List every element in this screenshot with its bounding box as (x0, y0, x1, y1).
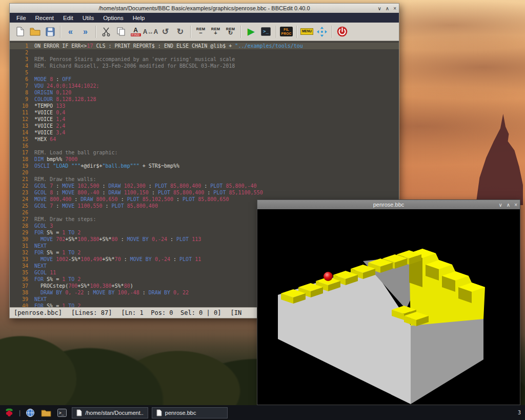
line-number: 11 (10, 109, 34, 116)
menu-file[interactable]: File (12, 14, 31, 22)
line-number: 34 (10, 263, 34, 269)
line-number: 35 (10, 269, 34, 276)
line-number: 38 (10, 289, 34, 296)
rem-remove-button[interactable]: REM− (194, 24, 208, 39)
maximize-icon[interactable]: ∧ (386, 6, 389, 11)
code-line: 16 (10, 143, 399, 149)
toolbar-separator (190, 26, 191, 38)
line-number: 16 (10, 143, 34, 149)
file-manager-icon[interactable] (40, 407, 52, 419)
menu-recent[interactable]: Recent (31, 14, 58, 22)
line-number: 17 (10, 149, 34, 156)
window-controls: ∨ ∧ × (378, 4, 397, 13)
menu-edit[interactable]: Edit (58, 14, 78, 22)
list-fn-proc-button[interactable]: FILPROC (279, 24, 293, 39)
line-number: 24 (10, 196, 34, 203)
line-number: 40 (10, 303, 34, 307)
code-line: 6MODE 8 : OFF (10, 76, 399, 83)
line-number: 33 (10, 256, 34, 263)
line-number: 31 (10, 243, 34, 249)
layout-button[interactable] (315, 24, 329, 39)
code-line: 4REM. Richard Russell, 23-Feb-2006 modif… (10, 63, 399, 69)
run-button[interactable]: ▶ (244, 24, 258, 39)
code-line: 10*TEMPO 133 (10, 103, 399, 109)
output-window-controls: ∨ ∧ × (499, 200, 518, 209)
redo-button[interactable]: » (78, 24, 92, 39)
toolbar-separator (332, 26, 332, 38)
menu-options[interactable]: Options (98, 14, 128, 22)
toolbar-separator (95, 26, 96, 38)
tower-silhouette (476, 114, 523, 205)
save-file-button[interactable] (43, 24, 57, 39)
line-number: 13 (10, 123, 34, 129)
line-number: 36 (10, 276, 34, 283)
ball-sprite (324, 272, 333, 281)
output-titlebar[interactable]: penrose.bbc ∨ ∧ × (257, 200, 520, 209)
code-line: 22GCOL 7 : MOVE 102,500 : DRAW 102,300 :… (10, 183, 399, 189)
taskbar-window-button-1[interactable]: /home/stan/Document.. (72, 407, 148, 418)
line-number: 23 (10, 189, 34, 196)
search-forward-button[interactable]: ↻ (173, 24, 187, 39)
toolbar: «»AFINDA↔A↺↻REM−REM+REM↻▶>_FILPROCMENU (10, 23, 399, 41)
menu-utils[interactable]: Utils (78, 14, 98, 22)
close-icon[interactable]: × (393, 6, 396, 11)
close-icon[interactable]: × (514, 202, 517, 208)
line-number: 39 (10, 296, 34, 303)
ide-menu-button[interactable]: MENU (300, 24, 314, 39)
line-number: 25 (10, 203, 34, 209)
menu-help[interactable]: Help (128, 14, 150, 22)
code-line: 1ON ERROR IF ERR<>17 CLS : PRINT REPORT$… (10, 43, 399, 49)
window-title: /home/stan/Documents/BBC Basic/examples/… (10, 5, 399, 11)
line-number: 22 (10, 183, 34, 189)
code-line: 21REM. Draw the walls: (10, 176, 399, 183)
toolbar-separator (276, 26, 276, 38)
taskbar: | >_ /home/stan/Document..penrose.bbc3 (0, 405, 525, 420)
code-line: 8ORIGIN 0,120 (10, 89, 399, 96)
undo-button[interactable]: « (64, 24, 77, 39)
status-segment: [Lines: 87] (71, 309, 112, 316)
code-line: 11*VOICE 0,4 (10, 109, 399, 116)
new-file-button[interactable] (13, 24, 27, 39)
status-segment: [IN (230, 309, 241, 316)
code-line: 5 (10, 69, 399, 76)
code-line: 2 (10, 49, 399, 56)
copy-button[interactable] (114, 24, 128, 39)
search-back-button[interactable]: ↺ (158, 24, 172, 39)
line-number: 8 (10, 89, 34, 96)
rem-toggle-button[interactable]: REM↻ (224, 24, 237, 39)
line-number: 5 (10, 69, 34, 76)
console-button[interactable]: >_ (259, 24, 273, 39)
quit-button[interactable] (335, 24, 349, 39)
line-number: 15 (10, 136, 34, 143)
line-number: 4 (10, 63, 34, 69)
shade-icon[interactable]: ∨ (378, 6, 381, 11)
code-line: 13*VOICE 2,4 (10, 123, 399, 129)
code-line: 15*HEX 64 (10, 136, 399, 143)
code-line: 9COLOUR 8,128,128,128 (10, 96, 399, 103)
web-browser-icon[interactable] (24, 407, 36, 419)
bbcedit-titlebar[interactable]: /home/stan/Documents/BBC Basic/examples/… (10, 4, 399, 13)
system-tray: 3 (518, 410, 522, 415)
line-number: 26 (10, 209, 34, 216)
menu-bar: FileRecentEditUtilsOptionsHelp (10, 13, 399, 23)
find-button[interactable]: AFIND (129, 24, 143, 39)
line-number: 30 (10, 236, 34, 243)
code-line: 18DIM bmp%% 7000 (10, 156, 399, 163)
cut-button[interactable] (99, 24, 113, 39)
line-number: 9 (10, 96, 34, 103)
toolbar-separator (296, 26, 297, 38)
line-number: 28 (10, 223, 34, 229)
penrose-drawing (257, 209, 520, 405)
taskbar-window-button-2[interactable]: penrose.bbc (152, 407, 228, 418)
penrose-output-window: penrose.bbc ∨ ∧ × (257, 199, 520, 405)
shade-icon[interactable]: ∨ (499, 202, 502, 208)
replace-button[interactable]: A↔A (144, 24, 157, 39)
maximize-icon[interactable]: ∧ (507, 202, 510, 208)
raspberry-menu-icon[interactable] (3, 407, 15, 419)
line-number: 12 (10, 116, 34, 123)
code-line: 3REM. Penrose Stairs accompanied by an '… (10, 56, 399, 63)
terminal-launcher-icon[interactable]: >_ (56, 407, 68, 419)
svg-text:>_: >_ (59, 411, 64, 415)
rem-add-button[interactable]: REM+ (209, 24, 223, 39)
open-file-button[interactable] (28, 24, 42, 39)
